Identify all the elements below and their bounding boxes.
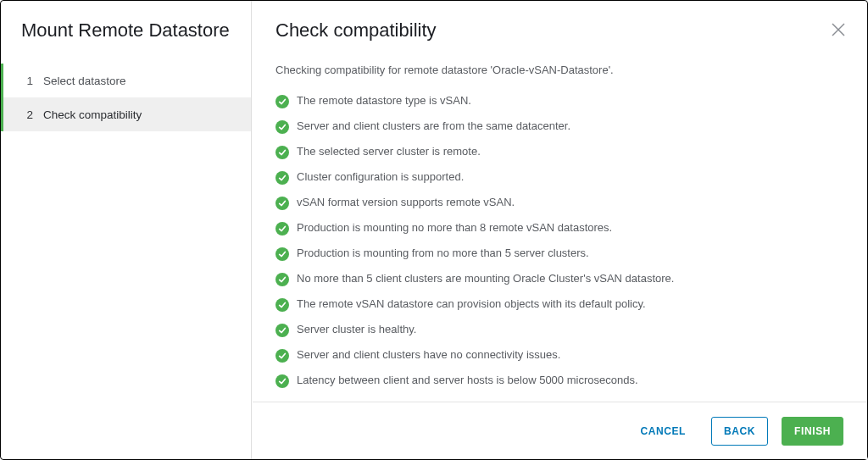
page-title: Check compatibility: [275, 19, 843, 42]
check-ok-icon: [275, 222, 289, 236]
dialog: Mount Remote Datastore 1Select datastore…: [0, 0, 868, 460]
compatibility-item: Production is mounting no more than 8 re…: [275, 215, 843, 241]
compatibility-item-text: Latency between client and server hosts …: [297, 374, 638, 386]
compatibility-item-text: Server and client clusters are from the …: [297, 119, 570, 132]
compatibility-item-text: No more than 5 client clusters are mount…: [297, 272, 674, 285]
compatibility-item: Server and client clusters have no conne…: [275, 342, 843, 368]
compatibility-item-text: Server and client clusters have no conne…: [297, 348, 560, 361]
compatibility-item: The selected server cluster is remote.: [275, 139, 843, 164]
back-button[interactable]: BACK: [711, 417, 768, 446]
check-ok-icon: [275, 120, 289, 134]
compatibility-item: Server cluster is healthy.: [275, 317, 843, 342]
finish-button[interactable]: FINISH: [782, 417, 843, 446]
check-ok-icon: [275, 146, 289, 159]
compatibility-checks: The remote datastore type is vSAN.Server…: [275, 88, 843, 393]
compatibility-item-text: Server cluster is healthy.: [297, 323, 416, 335]
close-icon[interactable]: [828, 19, 849, 40]
compatibility-item-text: vSAN format version supports remote vSAN…: [297, 196, 515, 208]
compatibility-item-text: Production is mounting no more than 8 re…: [297, 221, 612, 234]
compatibility-item: The remote vSAN datastore can provision …: [275, 291, 843, 317]
wizard-main: Check compatibility Checking compatibili…: [252, 1, 867, 459]
compatibility-item: No more than 5 client clusters are mount…: [275, 266, 843, 291]
compatibility-item: Production is mounting from no more than…: [275, 241, 843, 266]
check-ok-icon: [275, 247, 289, 261]
compatibility-item-text: Production is mounting from no more than…: [297, 247, 589, 259]
wizard-steps: 1Select datastore2Check compatibility: [1, 64, 251, 131]
compatibility-item: Cluster configuration is supported.: [275, 164, 843, 190]
check-ok-icon: [275, 197, 289, 210]
compatibility-item: vSAN format version supports remote vSAN…: [275, 190, 843, 215]
wizard-footer: CANCEL BACK FINISH: [253, 402, 867, 459]
compatibility-item-text: The remote datastore type is vSAN.: [297, 94, 471, 107]
check-ok-icon: [275, 349, 289, 363]
check-ok-icon: [275, 374, 289, 388]
check-ok-icon: [275, 324, 289, 337]
wizard-title: Mount Remote Datastore: [1, 19, 251, 64]
wizard-step-number: 2: [21, 108, 33, 121]
compatibility-item-text: Cluster configuration is supported.: [297, 170, 464, 183]
check-ok-icon: [275, 95, 289, 108]
cancel-button[interactable]: CANCEL: [628, 417, 698, 446]
compatibility-item: Latency between client and server hosts …: [275, 368, 843, 393]
compatibility-item-text: The remote vSAN datastore can provision …: [297, 297, 646, 310]
wizard-sidebar: Mount Remote Datastore 1Select datastore…: [1, 1, 252, 459]
compatibility-item-text: The selected server cluster is remote.: [297, 145, 481, 158]
compatibility-item: The remote datastore type is vSAN.: [275, 88, 843, 114]
wizard-step-1[interactable]: 1Select datastore: [1, 64, 251, 97]
wizard-step-label: Select datastore: [43, 75, 126, 87]
check-ok-icon: [275, 273, 289, 286]
wizard-step-2[interactable]: 2Check compatibility: [1, 97, 251, 131]
wizard-step-number: 1: [21, 75, 33, 87]
check-ok-icon: [275, 298, 289, 312]
check-ok-icon: [275, 171, 289, 185]
compatibility-item: Server and client clusters are from the …: [275, 114, 843, 139]
compatibility-intro: Checking compatibility for remote datast…: [275, 64, 843, 76]
wizard-step-label: Check compatibility: [43, 108, 142, 121]
